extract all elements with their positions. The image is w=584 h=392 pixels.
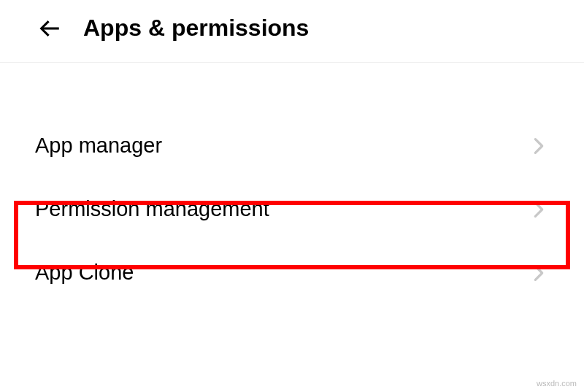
header: Apps & permissions bbox=[0, 0, 584, 63]
watermark: wsxdn.com bbox=[537, 379, 577, 388]
list-item-permission-management[interactable]: Permission management bbox=[0, 177, 584, 241]
list-item-label: App manager bbox=[35, 134, 162, 158]
page-title: Apps & permissions bbox=[83, 15, 309, 42]
chevron-right-icon bbox=[530, 137, 548, 155]
chevron-right-icon bbox=[530, 201, 548, 218]
list-item-label: Permission management bbox=[35, 197, 269, 221]
back-arrow-icon[interactable] bbox=[36, 15, 63, 42]
list-item-app-manager[interactable]: App manager bbox=[0, 114, 584, 177]
list-item-label: App Clone bbox=[35, 261, 134, 285]
chevron-right-icon bbox=[530, 264, 548, 282]
settings-list: App manager Permission management App Cl… bbox=[0, 63, 584, 304]
list-item-app-clone[interactable]: App Clone bbox=[0, 241, 584, 304]
